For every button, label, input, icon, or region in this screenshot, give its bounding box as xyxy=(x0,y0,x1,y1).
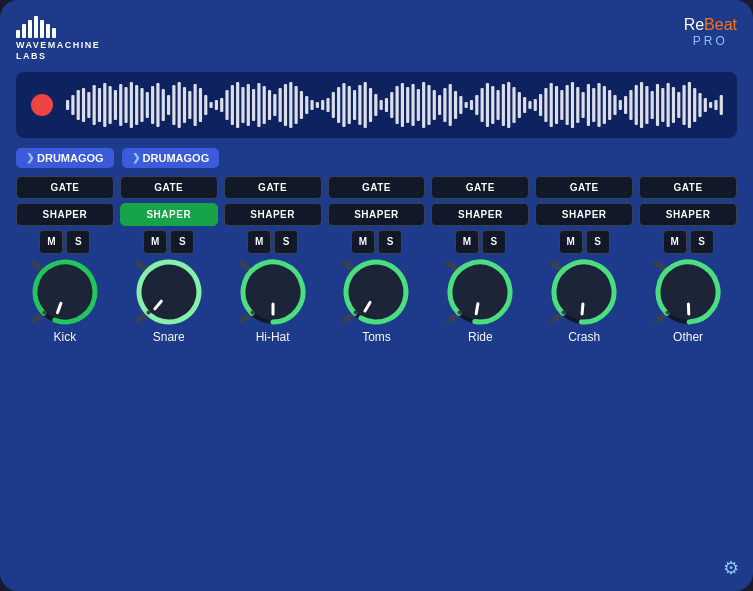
svg-rect-89 xyxy=(539,94,542,116)
solo-button-2[interactable]: S xyxy=(274,230,298,254)
gate-button-3[interactable]: GATE xyxy=(328,176,426,199)
svg-rect-91 xyxy=(550,83,553,127)
svg-rect-113 xyxy=(667,83,670,127)
svg-rect-121 xyxy=(709,102,712,108)
svg-rect-112 xyxy=(661,88,664,122)
logo-bars xyxy=(16,16,56,38)
shaper-button-3[interactable]: SHAPER xyxy=(328,203,426,226)
svg-rect-9 xyxy=(114,90,117,120)
svg-rect-25 xyxy=(199,88,202,122)
channels-grid: GATESHAPERMS KickGATESHAPERMS SnareGATES… xyxy=(16,176,737,344)
mute-button-5[interactable]: M xyxy=(559,230,583,254)
drumagog-button-2[interactable]: ❯ DRUMAGOG xyxy=(122,148,220,168)
gate-button-1[interactable]: GATE xyxy=(120,176,218,199)
svg-rect-4 xyxy=(87,92,90,118)
drumagog-label-2: DRUMAGOG xyxy=(143,152,210,164)
gate-button-6[interactable]: GATE xyxy=(639,176,737,199)
gate-button-4[interactable]: GATE xyxy=(431,176,529,199)
svg-rect-45 xyxy=(305,96,308,114)
svg-rect-50 xyxy=(332,92,335,118)
shaper-button-1[interactable]: SHAPER xyxy=(120,203,218,226)
solo-button-3[interactable]: S xyxy=(378,230,402,254)
ms-row-5: MS xyxy=(535,230,633,254)
solo-button-0[interactable]: S xyxy=(66,230,90,254)
gate-button-2[interactable]: GATE xyxy=(224,176,322,199)
svg-rect-100 xyxy=(597,83,600,127)
record-button[interactable] xyxy=(28,91,56,119)
svg-point-135 xyxy=(250,310,254,314)
svg-rect-3 xyxy=(82,88,85,122)
svg-rect-88 xyxy=(534,99,537,111)
solo-button-5[interactable]: S xyxy=(586,230,610,254)
svg-rect-20 xyxy=(172,85,175,125)
mute-button-6[interactable]: M xyxy=(663,230,687,254)
knob-wrapper-5[interactable] xyxy=(550,258,618,326)
svg-rect-6 xyxy=(98,88,101,122)
logo-text-line2: LABS xyxy=(16,51,47,62)
svg-rect-86 xyxy=(523,97,526,113)
knob-wrapper-4[interactable] xyxy=(446,258,514,326)
svg-rect-85 xyxy=(518,92,521,118)
channel-snare: GATESHAPERMS Snare xyxy=(120,176,218,344)
svg-point-143 xyxy=(458,310,462,314)
svg-rect-27 xyxy=(209,102,212,108)
waveform-display xyxy=(66,80,725,130)
knob-svg-6 xyxy=(654,258,722,326)
shaper-button-4[interactable]: SHAPER xyxy=(431,203,529,226)
knob-wrapper-2[interactable] xyxy=(239,258,307,326)
svg-rect-120 xyxy=(704,98,707,112)
svg-rect-84 xyxy=(512,87,515,123)
solo-button-4[interactable]: S xyxy=(482,230,506,254)
svg-rect-117 xyxy=(688,82,691,128)
channel-label-1: Snare xyxy=(153,330,185,344)
knob-wrapper-6[interactable] xyxy=(654,258,722,326)
svg-rect-63 xyxy=(401,83,404,127)
shaper-button-5[interactable]: SHAPER xyxy=(535,203,633,226)
mute-button-2[interactable]: M xyxy=(247,230,271,254)
mute-button-1[interactable]: M xyxy=(143,230,167,254)
settings-icon[interactable]: ⚙ xyxy=(723,557,739,579)
svg-rect-123 xyxy=(720,95,723,115)
svg-rect-83 xyxy=(507,82,510,128)
channel-hi-hat: GATESHAPERMS Hi-Hat xyxy=(224,176,322,344)
svg-rect-11 xyxy=(124,87,127,123)
rebeat-logo: ReBeat PRO xyxy=(684,16,737,48)
svg-rect-60 xyxy=(385,98,388,112)
svg-rect-53 xyxy=(348,86,351,124)
gate-button-5[interactable]: GATE xyxy=(535,176,633,199)
gate-button-0[interactable]: GATE xyxy=(16,176,114,199)
svg-rect-13 xyxy=(135,85,138,125)
solo-button-6[interactable]: S xyxy=(690,230,714,254)
mute-button-3[interactable]: M xyxy=(351,230,375,254)
svg-rect-65 xyxy=(411,84,414,126)
shaper-button-0[interactable]: SHAPER xyxy=(16,203,114,226)
svg-rect-110 xyxy=(651,91,654,119)
svg-rect-95 xyxy=(571,82,574,128)
svg-rect-22 xyxy=(183,87,186,123)
svg-rect-107 xyxy=(635,85,638,125)
svg-rect-44 xyxy=(300,91,303,119)
bar6 xyxy=(46,24,50,38)
mute-button-4[interactable]: M xyxy=(455,230,479,254)
svg-rect-74 xyxy=(459,96,462,114)
svg-rect-32 xyxy=(236,82,239,128)
svg-rect-15 xyxy=(146,92,149,118)
drumagog-button-1[interactable]: ❯ DRUMAGOG xyxy=(16,148,114,168)
mute-button-0[interactable]: M xyxy=(39,230,63,254)
knob-wrapper-3[interactable] xyxy=(342,258,410,326)
svg-rect-19 xyxy=(167,95,170,115)
shaper-button-6[interactable]: SHAPER xyxy=(639,203,737,226)
svg-rect-7 xyxy=(103,83,106,127)
svg-rect-77 xyxy=(475,95,478,115)
knob-wrapper-0[interactable] xyxy=(31,258,99,326)
svg-rect-72 xyxy=(449,84,452,126)
shaper-button-2[interactable]: SHAPER xyxy=(224,203,322,226)
solo-button-1[interactable]: S xyxy=(170,230,194,254)
drumagog-label-1: DRUMAGOG xyxy=(37,152,104,164)
svg-line-146 xyxy=(582,304,583,314)
record-circle xyxy=(31,94,53,116)
drumagog-row: ❯ DRUMAGOG ❯ DRUMAGOG xyxy=(16,148,737,168)
svg-rect-82 xyxy=(502,84,505,126)
svg-rect-76 xyxy=(470,100,473,110)
knob-wrapper-1[interactable] xyxy=(135,258,203,326)
